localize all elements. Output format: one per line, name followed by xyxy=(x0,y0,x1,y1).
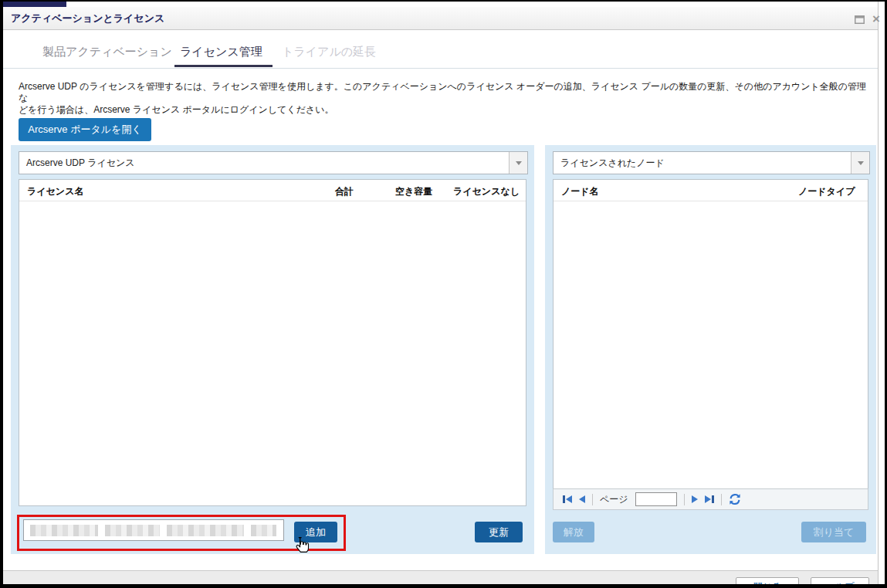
license-panel: Arcserve UDP ライセンス ライセンス名 合計 空き容量 ライセンスな… xyxy=(11,145,534,554)
node-view-select-value: ライセンスされたノード xyxy=(554,157,851,170)
titlebar: アクティベーションとライセンス × xyxy=(3,7,878,30)
pagination-bar: ページ xyxy=(553,488,868,510)
dialog-right-edge xyxy=(878,2,879,584)
chevron-down-icon xyxy=(516,161,522,165)
refresh-icon xyxy=(729,493,741,505)
last-page-button[interactable] xyxy=(705,495,714,503)
col-unlicensed: ライセンスなし xyxy=(453,185,520,198)
last-page-icon xyxy=(705,495,711,503)
nodes-panel: ライセンスされたノード ノード名 ノードタイプ ページ xyxy=(545,145,876,554)
col-available: 空き容量 xyxy=(395,185,432,198)
tab-product-activation[interactable]: 製品アクティベーション xyxy=(42,45,172,59)
footer: 閉じる ヘルプ xyxy=(3,570,878,585)
pagination-separator xyxy=(684,494,685,505)
assign-button[interactable]: 割り当て xyxy=(801,522,866,542)
first-page-icon xyxy=(566,495,572,503)
close-icon[interactable]: × xyxy=(869,13,883,25)
col-node-name: ノード名 xyxy=(561,185,599,198)
page-number-input[interactable] xyxy=(635,492,677,506)
prev-page-icon xyxy=(579,495,585,503)
frame-top xyxy=(0,0,887,2)
nodes-table: ノード名 ノードタイプ xyxy=(553,179,868,489)
col-total: 合計 xyxy=(335,185,354,198)
intro-text: Arcserve UDP のライセンスを管理するには、ライセンス管理を使用します… xyxy=(19,81,872,116)
col-license-name: ライセンス名 xyxy=(27,185,83,198)
restore-icon[interactable] xyxy=(852,13,866,25)
license-view-select[interactable]: Arcserve UDP ライセンス xyxy=(19,151,528,174)
update-button[interactable]: 更新 xyxy=(475,522,523,542)
license-table-header: ライセンス名 合計 空き容量 ライセンスなし xyxy=(19,180,526,201)
dialog-title: アクティベーションとライセンス xyxy=(11,12,164,25)
intro-line-1: Arcserve UDP のライセンスを管理するには、ライセンス管理を使用します… xyxy=(19,81,872,104)
activation-license-dialog: アクティベーションとライセンス × 製品アクティベーション ライセンス管理 トラ… xyxy=(0,0,887,588)
frame-bottom xyxy=(0,584,887,588)
pagination-separator xyxy=(592,494,593,505)
node-view-select[interactable]: ライセンスされたノード xyxy=(553,151,870,174)
frame-left xyxy=(0,0,3,588)
first-page-button[interactable] xyxy=(563,495,572,503)
background-window-fragment xyxy=(3,2,66,7)
pagination-separator xyxy=(721,494,722,505)
release-button[interactable]: 解放 xyxy=(553,522,594,542)
col-node-type: ノードタイプ xyxy=(798,185,855,198)
refresh-button[interactable] xyxy=(729,493,741,505)
license-view-select-value: Arcserve UDP ライセンス xyxy=(19,157,509,170)
open-arcserve-portal-button[interactable]: Arcserve ポータルを開く xyxy=(19,118,151,141)
license-view-dropdown-button[interactable] xyxy=(509,152,527,174)
chevron-down-icon xyxy=(858,161,864,165)
node-view-dropdown-button[interactable] xyxy=(851,152,869,174)
tab-trial-extension[interactable]: トライアルの延長 xyxy=(282,45,376,59)
tab-license-management[interactable]: ライセンス管理 xyxy=(180,45,262,59)
page-label: ページ xyxy=(600,493,628,506)
tabs-divider xyxy=(3,68,878,69)
active-tab-underline xyxy=(174,65,273,67)
next-page-button[interactable] xyxy=(692,495,698,503)
license-table: ライセンス名 合計 空き容量 ライセンスなし xyxy=(19,179,526,506)
nodes-table-header: ノード名 ノードタイプ xyxy=(554,180,868,201)
prev-page-button[interactable] xyxy=(579,495,585,503)
next-page-icon xyxy=(692,495,698,503)
intro-line-2: どを行う場合は、Arcserve ライセンス ポータルにログインしてください。 xyxy=(19,104,872,116)
hand-cursor-icon xyxy=(293,536,310,559)
